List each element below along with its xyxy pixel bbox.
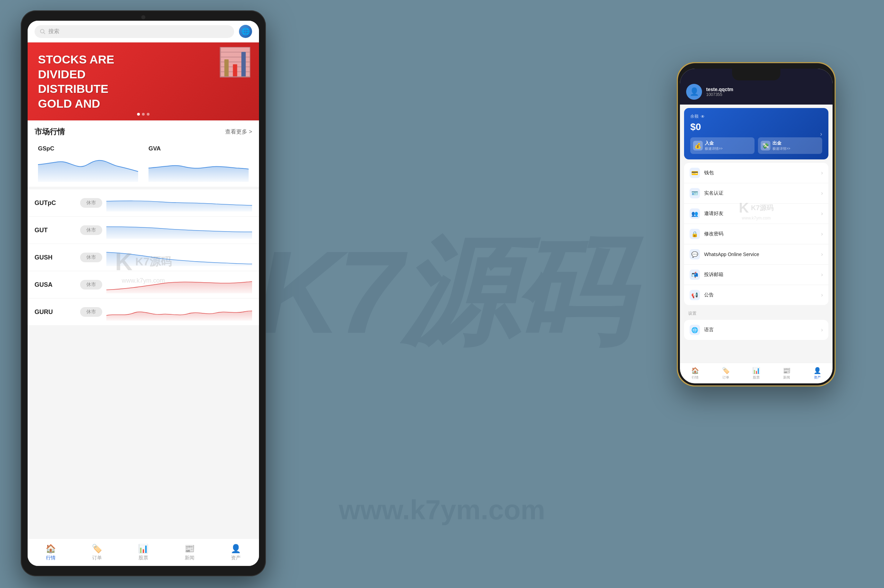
stock-list: GUTpC 休市 GUT 休市 GUSH	[28, 189, 259, 326]
background-watermark: K7源码	[257, 215, 628, 374]
phone-tab-news[interactable]: 📰 新闻	[771, 363, 802, 383]
menu-label-whatsapp: WhatsApp Online Service	[704, 252, 817, 257]
withdraw-button[interactable]: 💸 出金 极速详情>>	[758, 137, 822, 154]
phone-tab-assets[interactable]: 👤 资产	[802, 363, 833, 383]
table-row[interactable]: GURU 休市	[28, 298, 259, 326]
profile-name: teste.qqctm	[706, 87, 734, 92]
balance-actions: 💰 入金 极速详情>> 💸 出金 极速详情>>	[690, 137, 822, 154]
home-icon: 🏠	[691, 367, 699, 374]
tab-news[interactable]: 📰 新闻	[167, 538, 213, 566]
phone-tab-assets-label: 资产	[814, 375, 821, 380]
menu-label-wallet: 钱包	[704, 170, 817, 176]
chart-label-gva: GVA	[149, 145, 249, 152]
phone-tab-orders-label: 订单	[722, 375, 729, 380]
balance-card: 余额 👁 $0 💰 入金 极速详情>> 💸 出	[684, 108, 828, 159]
menu-item-whatsapp[interactable]: 💬 WhatsApp Online Service ›	[684, 244, 828, 265]
phone-inner: 👤 teste.qqctm 1007355 余额 👁 $0 💰	[678, 63, 834, 386]
stock-chart-gush	[106, 249, 252, 266]
table-row[interactable]: GUTpC 休市	[28, 189, 259, 217]
phone-device: 👤 teste.qqctm 1007355 余额 👁 $0 💰	[677, 62, 836, 387]
invite-icon: 👥	[690, 208, 700, 219]
arrow-icon: ›	[821, 292, 823, 298]
phone-tab-market[interactable]: 🏠 行情	[680, 363, 710, 383]
globe-icon[interactable]: 🌐	[239, 25, 252, 38]
menu-item-password[interactable]: 🔒 修改密码 ›	[684, 224, 828, 244]
phone-tab-market-label: 行情	[692, 375, 699, 380]
svg-line-1	[44, 32, 45, 34]
tablet-camera	[141, 15, 145, 20]
avatar: 👤	[686, 84, 702, 100]
banner-text: STOCKS ARE DIVIDED DISTRIBUTE GOLD AND	[38, 52, 149, 111]
tablet-bottom-nav: 🏠 行情 🏷️ 订单 📊 股票 📰 新闻 👤 资产	[28, 538, 259, 566]
balance-arrow: ›	[820, 130, 822, 137]
arrow-icon: ›	[821, 231, 823, 237]
chart-card-gspC[interactable]: GSpC	[35, 142, 141, 187]
announcement-icon: 📢	[690, 290, 700, 300]
menu-item-language[interactable]: 🌐 语言 ›	[684, 320, 828, 340]
search-bar[interactable]: 搜索	[35, 25, 234, 38]
settings-label: 设置	[680, 307, 833, 318]
menu-item-kyc[interactable]: 🪪 实名认证 ›	[684, 183, 828, 204]
phone-tab-stocks-label: 股票	[753, 375, 760, 380]
arrow-icon: ›	[821, 170, 823, 176]
chart-label-gspC: GSpC	[38, 145, 138, 152]
menu-label-password: 修改密码	[704, 231, 817, 237]
menu-item-announcement[interactable]: 📢 公告 ›	[684, 285, 828, 305]
assets-icon: 👤	[231, 544, 241, 554]
deposit-text: 入金 极速详情>>	[705, 140, 723, 151]
market-section: 市场行情 查看更多 > GSpC	[28, 120, 259, 187]
table-row[interactable]: GUSH 休市	[28, 244, 259, 271]
profile-info: teste.qqctm 1007355	[706, 87, 734, 97]
menu-item-invite[interactable]: 👥 邀请好友 ›	[684, 204, 828, 224]
stock-status: 休市	[80, 307, 102, 317]
stock-name: GUT	[35, 227, 76, 234]
dot-3	[147, 113, 149, 116]
complaint-icon: 📬	[690, 270, 700, 280]
tab-stocks-label: 股票	[138, 555, 148, 561]
balance-amount: $0	[690, 122, 822, 132]
market-title: 市场行情	[35, 127, 65, 137]
tab-orders[interactable]: 🏷️ 订单	[74, 538, 120, 566]
stock-status: 休市	[80, 280, 102, 290]
stock-name: GUSH	[35, 254, 76, 261]
stock-chart-guru	[106, 303, 252, 321]
dot-2	[142, 113, 145, 116]
menu-item-wallet[interactable]: 💳 钱包 ›	[684, 163, 828, 183]
stock-name: GUSA	[35, 281, 76, 288]
phone-tab-orders[interactable]: 🏷️ 订单	[710, 363, 741, 383]
orders-icon: 🏷️	[92, 544, 102, 554]
charts-row: GSpC GVA	[35, 142, 252, 187]
stock-status: 休市	[80, 198, 102, 208]
phone-screen: 👤 teste.qqctm 1007355 余额 👁 $0 💰	[680, 69, 833, 383]
profile-id: 1007355	[706, 92, 734, 97]
stock-chart-gutpC	[106, 194, 252, 212]
tab-stocks[interactable]: 📊 股票	[120, 538, 167, 566]
deposit-icon: 💰	[693, 141, 703, 150]
orders-icon: 🏷️	[722, 367, 730, 374]
market-more-link[interactable]: 查看更多 >	[225, 128, 252, 136]
phone-tab-stocks[interactable]: 📊 股票	[741, 363, 771, 383]
deposit-button[interactable]: 💰 入金 极速详情>>	[690, 137, 755, 154]
background-url-watermark: www.k7ym.com	[339, 494, 545, 526]
tab-assets[interactable]: 👤 资产	[213, 538, 259, 566]
arrow-icon: ›	[821, 272, 823, 278]
news-icon: 📰	[783, 367, 791, 374]
menu-label-announcement: 公告	[704, 292, 817, 298]
table-row[interactable]: GUT 休市	[28, 217, 259, 244]
tablet-screen: 搜索 🌐 STOCKS ARE DIVIDED DISTRIBUTE GOLD …	[28, 21, 259, 566]
stock-chart-gusa	[106, 276, 252, 293]
language-icon: 🌐	[690, 325, 700, 335]
market-header: 市场行情 查看更多 >	[35, 120, 252, 142]
table-row[interactable]: GUSA 休市	[28, 271, 259, 298]
menu-item-complaint[interactable]: 📬 投诉邮箱 ›	[684, 265, 828, 285]
banner-decoration: 📊	[218, 46, 252, 78]
chart-gspC-svg	[38, 154, 138, 182]
stock-status: 休市	[80, 225, 102, 235]
banner: STOCKS ARE DIVIDED DISTRIBUTE GOLD AND 📊	[28, 42, 259, 120]
tab-market[interactable]: 🏠 行情	[28, 538, 74, 566]
svg-point-0	[41, 29, 44, 33]
chart-card-gva[interactable]: GVA	[145, 142, 252, 187]
home-icon: 🏠	[45, 544, 56, 554]
withdraw-icon: 💸	[761, 141, 770, 150]
wallet-icon: 💳	[690, 168, 700, 178]
